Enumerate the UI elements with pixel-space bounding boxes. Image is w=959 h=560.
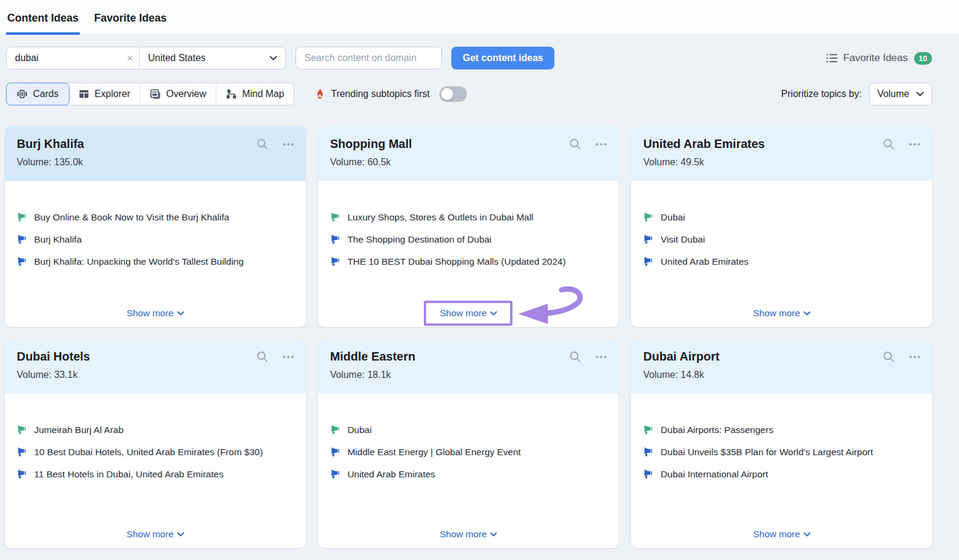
card-search-icon[interactable] <box>569 350 581 363</box>
card-volume: Volume: 33.1k <box>17 370 294 380</box>
item-text: Luxury Shops, Stores & Outlets in Dubai … <box>348 211 533 223</box>
card-search-icon[interactable] <box>256 138 269 150</box>
card-search-icon[interactable] <box>882 138 895 150</box>
card-header: Burj Khalifa Volume: 135.0k <box>5 126 306 181</box>
megaphone-icon <box>330 212 340 222</box>
card-header: Shopping Mall Volume: 60.5k <box>318 126 619 181</box>
topic-card: Middle Eastern Volume: 18.1k Duba <box>318 338 619 548</box>
show-more-button[interactable]: Show more <box>318 308 619 319</box>
show-more-button[interactable]: Show more <box>631 529 932 540</box>
headline-item: THE 10 BEST Dubai Shopping Malls (Update… <box>330 255 607 268</box>
megaphone-icon <box>643 447 653 457</box>
topic-query-field[interactable]: × <box>7 47 140 69</box>
volume-label: Volume: <box>330 157 367 167</box>
card-items: Luxury Shops, Stores & Outlets in Dubai … <box>330 211 607 268</box>
megaphone-icon <box>643 212 653 222</box>
card-search-icon[interactable] <box>882 350 895 363</box>
card-header: Dubai Airport Volume: 14.8k <box>631 338 932 393</box>
card-title: Middle Eastern <box>330 350 415 364</box>
megaphone-icon <box>643 234 653 244</box>
chevron-down-icon <box>804 532 810 537</box>
show-more-button[interactable]: Show more <box>318 529 619 540</box>
view-tab-explorer[interactable]: Explorer <box>69 83 141 105</box>
view-toolbar: Cards Explorer Overview <box>0 83 959 105</box>
headline-item: Dubai <box>330 423 607 436</box>
card-items: Buy Online & Book Now to Visit the Burj … <box>17 211 294 268</box>
volume-value: 14.8k <box>681 370 704 380</box>
get-content-ideas-button[interactable]: Get content ideas <box>451 47 554 69</box>
card-more-icon[interactable] <box>909 143 920 146</box>
chevron-down-icon <box>270 56 277 60</box>
card-title: Dubai Hotels <box>17 350 90 364</box>
item-text: 11 Best Hotels in Dubai, United Arab Emi… <box>34 468 224 480</box>
favorite-ideas-link[interactable]: Favorite Ideas 10 <box>827 52 932 65</box>
show-more-label: Show more <box>753 308 800 319</box>
view-tab-mind-map[interactable]: Mind Map <box>216 83 294 105</box>
volume-value: 60.5k <box>367 157 391 167</box>
view-tab-label: Mind Map <box>242 89 284 99</box>
item-text: Burj Khalifa <box>34 233 82 246</box>
view-switcher: Cards Explorer Overview <box>6 83 294 105</box>
card-volume: Volume: 14.8k <box>643 370 920 380</box>
tab-bar: Content Ideas Favorite Ideas <box>0 0 959 35</box>
megaphone-icon <box>330 234 340 244</box>
megaphone-icon <box>17 256 27 267</box>
card-more-icon[interactable] <box>283 143 294 146</box>
megaphone-icon <box>330 447 340 457</box>
card-more-icon[interactable] <box>909 356 920 358</box>
megaphone-icon <box>330 469 340 479</box>
trending-label: Trending subtopics first <box>331 89 430 99</box>
trending-toggle[interactable] <box>439 86 467 102</box>
show-more-label: Show more <box>126 308 173 319</box>
item-text: Middle East Energy | Global Energy Event <box>348 446 521 458</box>
favorite-ideas-label: Favorite Ideas <box>843 52 908 64</box>
item-text: Dubai Unveils $35B Plan for World's Larg… <box>661 446 873 458</box>
cards-grid: Burj Khalifa Volume: 135.0k Buy O <box>0 126 959 548</box>
chevron-down-icon <box>490 311 497 316</box>
prioritize-label: Prioritize topics by: <box>781 89 861 99</box>
headline-item: The Shopping Destination of Dubai <box>330 233 607 246</box>
clear-icon[interactable]: × <box>123 53 133 63</box>
volume-value: 18.1k <box>367 370 391 380</box>
topic-query-input[interactable] <box>15 53 123 63</box>
list-icon <box>827 53 837 63</box>
volume-value: 135.0k <box>54 157 83 167</box>
view-tab-overview[interactable]: Overview <box>140 83 216 105</box>
headline-item: Burj Khalifa <box>17 233 294 246</box>
card-search-icon[interactable] <box>256 350 269 363</box>
favorites-count-badge: 10 <box>914 52 932 65</box>
headline-item: Dubai <box>643 211 920 223</box>
card-body: Dubai Visit Dubai United Arab Emirates S… <box>631 181 932 327</box>
item-text: Dubai International Airport <box>661 468 768 480</box>
megaphone-icon <box>17 212 27 222</box>
view-tab-cards[interactable]: Cards <box>6 83 70 105</box>
show-more-button[interactable]: Show more <box>631 308 932 319</box>
headline-item: Dubai Airports: Passengers <box>643 423 920 436</box>
tab-favorite-ideas[interactable]: Favorite Ideas <box>93 12 168 34</box>
cards-view-icon <box>17 89 28 99</box>
card-title: Dubai Airport <box>643 350 719 364</box>
prioritize-select[interactable]: Volume <box>869 83 932 105</box>
show-more-button[interactable]: Show more <box>5 308 306 319</box>
card-items: Dubai Visit Dubai United Arab Emirates <box>643 211 920 268</box>
headline-item: 11 Best Hotels in Dubai, United Arab Emi… <box>17 468 294 480</box>
show-more-button[interactable]: Show more <box>5 529 306 540</box>
card-search-icon[interactable] <box>569 138 581 150</box>
card-body: Dubai Middle East Energy | Global Energy… <box>318 393 619 548</box>
mind-map-view-icon <box>226 89 237 99</box>
card-more-icon[interactable] <box>283 356 294 358</box>
show-more-label: Show more <box>440 308 487 319</box>
card-more-icon[interactable] <box>596 143 607 146</box>
topic-card: United Arab Emirates Volume: 49.5k <box>631 126 932 327</box>
volume-value: 33.1k <box>54 370 77 380</box>
card-more-icon[interactable] <box>596 356 607 358</box>
megaphone-icon <box>643 469 653 479</box>
topic-card: Dubai Airport Volume: 14.8k Dubai <box>631 338 932 548</box>
domain-search-field[interactable] <box>295 47 442 69</box>
tab-content-ideas[interactable]: Content Ideas <box>6 12 80 34</box>
item-text: United Arab Emirates <box>348 468 435 480</box>
trending-control: Trending subtopics first <box>315 86 467 102</box>
country-select[interactable]: United States <box>140 47 285 69</box>
view-tab-label: Overview <box>166 89 206 99</box>
domain-search-input[interactable] <box>296 53 441 63</box>
